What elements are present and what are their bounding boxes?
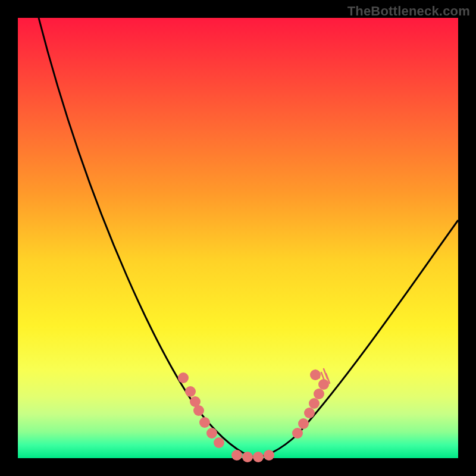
data-point-right-2 <box>304 408 315 418</box>
data-point-right-5 <box>318 379 329 390</box>
data-point-left-0 <box>178 372 189 383</box>
series-right_curve <box>256 220 458 457</box>
chart-frame: TheBottleneck.com <box>0 0 476 476</box>
data-point-left-4 <box>199 417 210 428</box>
data-point-right-3 <box>309 398 320 409</box>
data-point-right-4 <box>314 389 324 399</box>
data-point-right-6 <box>310 369 321 380</box>
data-point-bottom-2 <box>253 452 264 462</box>
data-point-bottom-3 <box>264 450 274 461</box>
points-group <box>178 369 329 462</box>
data-point-left-5 <box>206 428 217 439</box>
series-left_curve <box>39 18 256 457</box>
data-point-right-1 <box>298 418 309 429</box>
data-point-bottom-0 <box>231 450 242 461</box>
chart-svg <box>18 18 458 458</box>
data-point-left-1 <box>185 386 196 397</box>
curve-group <box>39 18 458 457</box>
data-point-left-3 <box>193 405 204 416</box>
data-point-bottom-1 <box>242 452 253 462</box>
data-point-left-6 <box>214 437 224 448</box>
plot-area <box>18 18 458 458</box>
watermark-text: TheBottleneck.com <box>347 4 470 19</box>
data-point-right-0 <box>292 428 303 439</box>
